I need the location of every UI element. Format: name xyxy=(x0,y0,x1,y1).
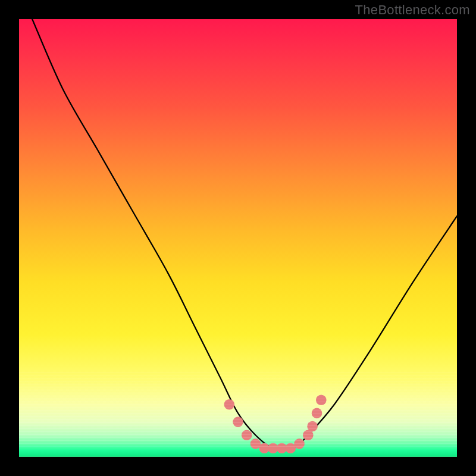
marker-dot xyxy=(316,395,327,406)
marker-group xyxy=(224,395,327,454)
marker-dot xyxy=(312,408,322,419)
marker-dot xyxy=(224,399,235,410)
marker-dot xyxy=(242,430,252,440)
marker-dot xyxy=(307,421,318,432)
curve-layer xyxy=(19,19,457,457)
plot-area xyxy=(19,19,457,457)
marker-dot xyxy=(233,416,243,427)
bottleneck-curve xyxy=(32,19,457,449)
watermark-text: TheBottleneck.com xyxy=(355,2,470,18)
chart-frame: TheBottleneck.com xyxy=(0,0,476,476)
marker-dot xyxy=(294,439,305,449)
